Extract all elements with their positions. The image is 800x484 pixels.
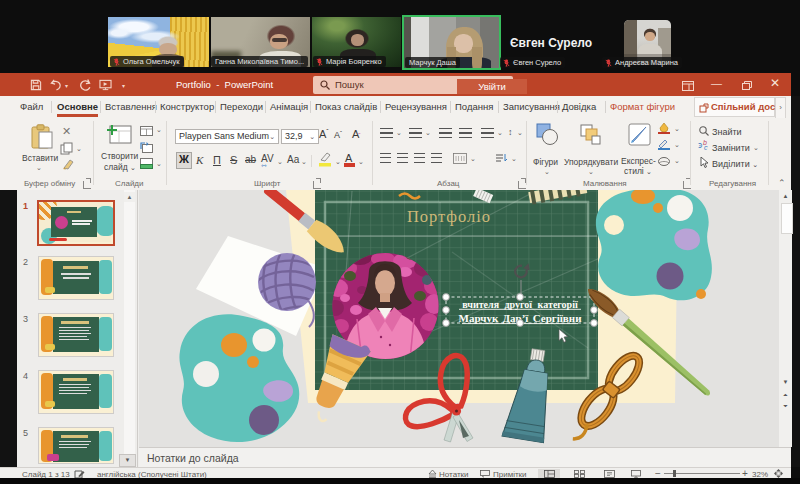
svg-text:Портфоліо: Портфоліо bbox=[407, 207, 491, 226]
